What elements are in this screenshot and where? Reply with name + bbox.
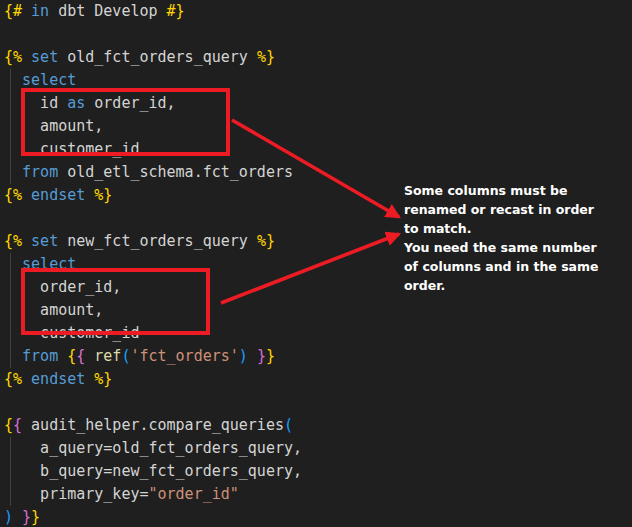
code-line: ) }} [4,506,632,527]
code-line: id as order_id, [4,92,632,115]
annotation-line: order. [404,276,614,295]
code-line: primary_key="order_id" [4,483,632,506]
code-line: b_query=new_fct_orders_query, [4,460,632,483]
code-line: {% endset %} [4,368,632,391]
code-line [4,23,632,46]
code-line: amount, [4,115,632,138]
dbt-ide-editor-pane: {# in dbt Develop #}{% set old_fct_order… [0,0,632,527]
indent-guide [10,253,11,368]
annotation-line: You need the same number [404,238,614,257]
code-line: customer_id [4,322,632,345]
annotation-line: renamed or recast in order [404,200,614,219]
code-line: amount, [4,299,632,322]
indent-guide [10,437,11,506]
code-line: {% set old_fct_orders_query %} [4,46,632,69]
indent-guide [10,69,11,184]
annotation-line: of columns and in the same [404,257,614,276]
code-line [4,391,632,414]
code-line: a_query=old_fct_orders_query, [4,437,632,460]
code-line: {# in dbt Develop #} [4,0,632,23]
annotation-line: to match. [404,219,614,238]
code-line: select [4,69,632,92]
annotation-line: Some columns must be [404,181,614,200]
annotation-note: Some columns must berenamed or recast in… [404,181,614,295]
code-line: {{ audit_helper.compare_queries( [4,414,632,437]
code-line: customer_id [4,138,632,161]
code-line: from {{ ref('fct_orders') }} [4,345,632,368]
